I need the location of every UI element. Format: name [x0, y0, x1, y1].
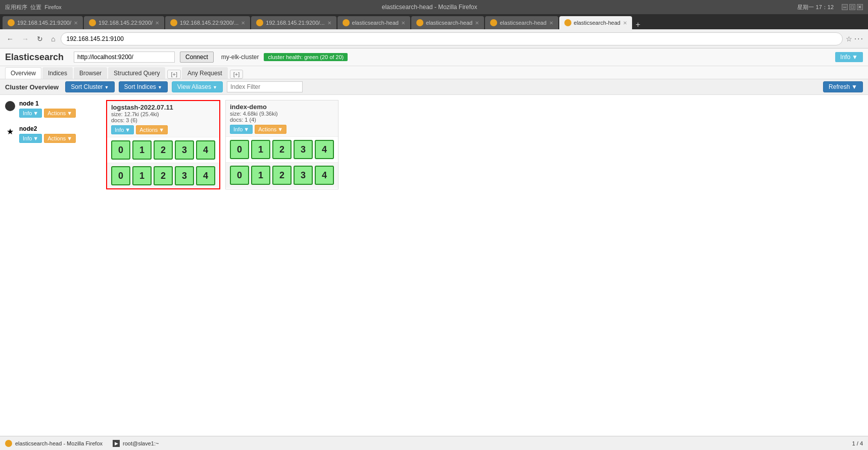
tab-favicon-4 — [256, 19, 263, 26]
structured-query-plus[interactable]: [+] — [167, 70, 181, 79]
tab-close-7[interactable]: ✕ — [549, 20, 553, 26]
view-aliases-button[interactable]: View Aliases — [172, 81, 223, 92]
index-demo-primary-shard-1: 1 — [251, 140, 270, 159]
tab-label-1: 192.168.145.21:9200/ — [17, 20, 71, 26]
sort-cluster-chevron — [105, 83, 109, 90]
tab-2[interactable]: 192.168.145.22:9200/ ✕ — [84, 16, 164, 29]
close-button[interactable]: ✕ — [857, 4, 863, 10]
logstash-replica-shard-4: 4 — [196, 166, 215, 185]
terminal-icon: ▶ — [113, 440, 120, 447]
more-icon[interactable]: ··· — [854, 34, 864, 43]
tab-8[interactable]: elasticsearch-head ✕ — [559, 16, 632, 29]
tab-close-1[interactable]: ✕ — [74, 20, 78, 26]
node-2-icon: ★ — [5, 126, 15, 136]
tab-close-3[interactable]: ✕ — [241, 20, 245, 26]
tab-label-5: elasticsearch-head — [352, 20, 399, 26]
tab-close-6[interactable]: ✕ — [475, 20, 479, 26]
page-count: 1 / 4 — [852, 440, 863, 446]
tab-6[interactable]: elasticsearch-head ✕ — [411, 16, 484, 29]
node-1-info-button[interactable]: Info ▼ — [19, 109, 42, 118]
logstash-replica-shards: 0 1 2 3 4 — [107, 163, 219, 188]
node-1-actions-button[interactable]: Actions ▼ — [44, 109, 76, 118]
logstash-index-docs: docs: 3 (6) — [111, 117, 215, 123]
tab-favicon-6 — [416, 19, 423, 26]
index-demo-name: index-demo — [230, 103, 334, 111]
index-demo-actions-button[interactable]: Actions ▼ — [255, 125, 286, 134]
logstash-info-button[interactable]: Info ▼ — [111, 125, 134, 134]
tab-4[interactable]: 192.168.145.21:9200/... ✕ — [251, 16, 336, 29]
tab-close-5[interactable]: ✕ — [401, 20, 405, 26]
reload-button[interactable]: ↻ — [34, 34, 45, 44]
index-filter-input[interactable] — [227, 81, 303, 92]
address-extra-icons: ☆ ··· — [846, 34, 864, 43]
nav-tab-indices[interactable]: Indices — [42, 67, 73, 79]
tab-favicon-8 — [564, 19, 571, 26]
tab-7[interactable]: elasticsearch-head ✕ — [485, 16, 558, 29]
index-demo-replica-shard-3: 3 — [294, 166, 313, 185]
sort-indices-button[interactable]: Sort Indices — [119, 81, 168, 92]
view-aliases-label: View Aliases — [177, 83, 211, 90]
tab-favicon-2 — [89, 19, 96, 26]
tab-close-2[interactable]: ✕ — [155, 20, 159, 26]
nav-tab-any-request[interactable]: Any Request — [182, 67, 228, 79]
index-demo-info-chevron: ▼ — [244, 126, 249, 132]
status-app-label: elasticsearch-head - Mozilla Firefox — [5, 440, 103, 447]
tab-close-4[interactable]: ✕ — [327, 20, 331, 26]
nodes-sidebar: node 1 Info ▼ Actions ▼ — [5, 100, 106, 431]
maximize-button[interactable]: □ — [849, 4, 855, 10]
minimize-button[interactable]: ─ — [842, 4, 848, 10]
node-2-buttons: Info ▼ Actions ▼ — [19, 134, 76, 143]
sort-cluster-button[interactable]: Sort Cluster — [65, 81, 114, 92]
os-menu: 应用程序 位置 Firefox — [5, 4, 62, 11]
nav-tab-structured-query[interactable]: Structured Query — [108, 67, 165, 79]
bookmark-icon[interactable]: ☆ — [846, 35, 852, 43]
tab-5[interactable]: elasticsearch-head ✕ — [337, 16, 410, 29]
nav-tab-browser[interactable]: Browser — [74, 67, 107, 79]
forward-button[interactable]: → — [19, 34, 31, 44]
back-button[interactable]: ← — [4, 34, 16, 44]
es-url-input[interactable] — [74, 52, 175, 63]
chevron-down-icon: ▼ — [852, 54, 858, 61]
nav-tab-overview[interactable]: Overview — [5, 67, 41, 79]
es-header: Elasticsearch Connect my-elk-cluster clu… — [0, 48, 868, 66]
address-input[interactable] — [61, 32, 842, 45]
logstash-primary-shard-3: 3 — [175, 140, 194, 160]
logstash-primary-shard-1: 1 — [132, 140, 152, 160]
node-2-actions-button[interactable]: Actions ▼ — [44, 134, 76, 143]
new-tab-button[interactable]: + — [633, 20, 643, 29]
node-1-icon — [5, 101, 15, 111]
node-1-item: node 1 Info ▼ Actions ▼ — [5, 100, 106, 118]
indices-area: logstash-2022.07.11 size: 12.7ki (25.4ki… — [106, 100, 863, 431]
health-badge: cluster health: green (20 of 20) — [264, 53, 348, 61]
tab-label-7: elasticsearch-head — [500, 20, 546, 26]
sort-indices-label: Sort Indices — [124, 83, 156, 90]
node-1-actions-chevron: ▼ — [67, 110, 72, 116]
connect-button[interactable]: Connect — [180, 52, 214, 63]
logstash-primary-shard-2: 2 — [154, 140, 173, 160]
logstash-replica-shard-1: 1 — [132, 166, 152, 185]
view-aliases-chevron — [213, 83, 217, 90]
node-2-info-button[interactable]: Info ▼ — [19, 134, 42, 143]
index-demo-info-button[interactable]: Info ▼ — [230, 125, 253, 134]
tab-1[interactable]: 192.168.145.21:9200/ ✕ — [3, 16, 83, 29]
logstash-primary-shard-4: 4 — [196, 140, 215, 160]
tab-label-4: 192.168.145.21:9200/... — [266, 20, 324, 26]
any-request-plus[interactable]: [+] — [230, 70, 244, 79]
logstash-replica-shard-2: 2 — [154, 166, 173, 185]
home-button[interactable]: ⌂ — [49, 34, 58, 44]
tab-favicon-1 — [8, 19, 15, 26]
logstash-actions-chevron: ▼ — [159, 127, 164, 133]
index-demo-panel: index-demo size: 4.68ki (9.36ki) docs: 1… — [225, 100, 339, 189]
tab-favicon-3 — [170, 19, 177, 26]
status-bar: elasticsearch-head - Mozilla Firefox ▶ r… — [0, 436, 868, 450]
logstash-actions-button[interactable]: Actions ▼ — [136, 125, 168, 134]
info-button[interactable]: Info ▼ — [835, 52, 863, 62]
index-demo-replica-shards: 0 1 2 3 4 — [226, 162, 338, 188]
tab-3[interactable]: 192.168.145.22:9200/... ✕ — [165, 16, 250, 29]
refresh-button[interactable]: Refresh ▼ — [823, 81, 863, 92]
es-main-content: node 1 Info ▼ Actions ▼ — [0, 95, 868, 436]
tab-close-8[interactable]: ✕ — [623, 20, 627, 26]
logstash-info-chevron: ▼ — [125, 127, 130, 133]
terminal-label: root@slave1:~ — [123, 440, 159, 446]
index-demo-docs: docs: 1 (4) — [230, 117, 334, 123]
